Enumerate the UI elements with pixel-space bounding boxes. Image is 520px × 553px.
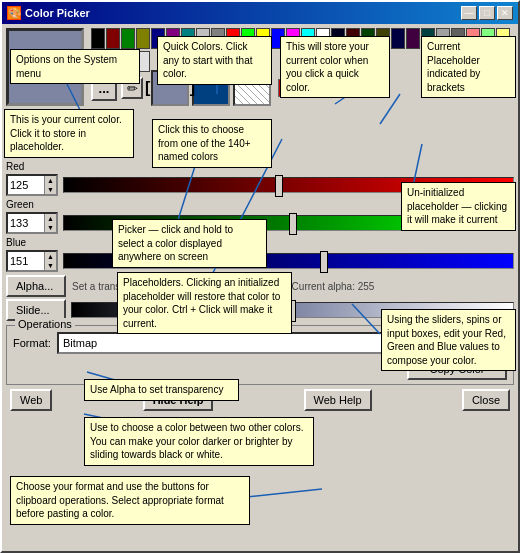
green-down-button[interactable]: ▼ [44, 223, 56, 232]
window-title: Color Picker [25, 7, 90, 19]
tooltip-store-color: This will store your current color when … [280, 36, 390, 98]
blue-down-button[interactable]: ▼ [44, 261, 56, 270]
tooltip-current-placeholder: Current Placeholder indicated by bracket… [421, 36, 516, 98]
operations-legend: Operations [15, 318, 75, 330]
tooltip-system-menu: Options on the System menu [10, 49, 140, 84]
tooltip-current-color: This is your current color. Click it to … [4, 109, 134, 158]
green-thumb [289, 213, 297, 235]
tooltip-uninit: Un-initialized placeholder — clicking it… [401, 182, 516, 231]
green-spinner[interactable]: 133 ▲ ▼ [6, 212, 58, 234]
format-select-wrapper: Bitmap HTML Delphi C++ Java ▼ [57, 332, 401, 354]
red-down-button[interactable]: ▼ [44, 185, 56, 194]
tooltip-sliders: Using the sliders, spins or input boxes,… [381, 309, 516, 371]
red-thumb [275, 175, 283, 197]
quick-color-20[interactable] [391, 28, 405, 49]
content-area: ... ✏ [ ] [2, 24, 518, 551]
bottom-strip: Web Hide Help Web Help Close [6, 385, 514, 415]
blue-thumb [320, 251, 328, 273]
blue-up-button[interactable]: ▲ [44, 252, 56, 261]
quick-color-0[interactable] [91, 28, 105, 49]
quick-color-1[interactable] [106, 28, 120, 49]
tooltip-format: Choose your format and use the buttons f… [10, 476, 250, 525]
quick-color-3[interactable] [136, 28, 150, 49]
color-picker-window: 🎨 Color Picker — □ ✕ ... [0, 0, 520, 553]
red-spinner[interactable]: 125 ▲ ▼ [6, 174, 58, 196]
tooltip-slide: Use to choose a color between two other … [84, 417, 314, 466]
blue-input[interactable]: 151 [8, 252, 44, 270]
title-buttons: — □ ✕ [461, 6, 513, 20]
green-up-button[interactable]: ▲ [44, 214, 56, 223]
tooltip-named-colors: Click this to choose from one of the 140… [152, 119, 272, 168]
tooltip-placeholders: Placeholders. Clicking an initialized pl… [117, 272, 292, 334]
title-bar: 🎨 Color Picker — □ ✕ [2, 2, 518, 24]
alpha-button[interactable]: Alpha... [6, 275, 66, 297]
close-button-bottom[interactable]: Close [462, 389, 510, 411]
tooltip-picker: Picker — click and hold to select a colo… [112, 219, 267, 268]
web-help-button[interactable]: Web Help [304, 389, 372, 411]
blue-spinner[interactable]: 151 ▲ ▼ [6, 250, 58, 272]
minimize-button[interactable]: — [461, 6, 477, 20]
tooltip-alpha: Use Alpha to set transparency [84, 379, 239, 401]
app-icon: 🎨 [7, 6, 21, 20]
green-input[interactable]: 133 [8, 214, 44, 232]
maximize-button[interactable]: □ [479, 6, 495, 20]
red-up-button[interactable]: ▲ [44, 176, 56, 185]
web-button[interactable]: Web [10, 389, 52, 411]
red-input[interactable]: 125 [8, 176, 44, 194]
tooltip-quick-colors: Quick Colors. Click any to start with th… [157, 36, 272, 85]
quick-color-2[interactable] [121, 28, 135, 49]
format-label: Format: [13, 337, 51, 349]
title-bar-left: 🎨 Color Picker [7, 6, 90, 20]
format-select[interactable]: Bitmap HTML Delphi C++ Java [57, 332, 401, 354]
quick-color-21[interactable] [406, 28, 420, 49]
close-button[interactable]: ✕ [497, 6, 513, 20]
